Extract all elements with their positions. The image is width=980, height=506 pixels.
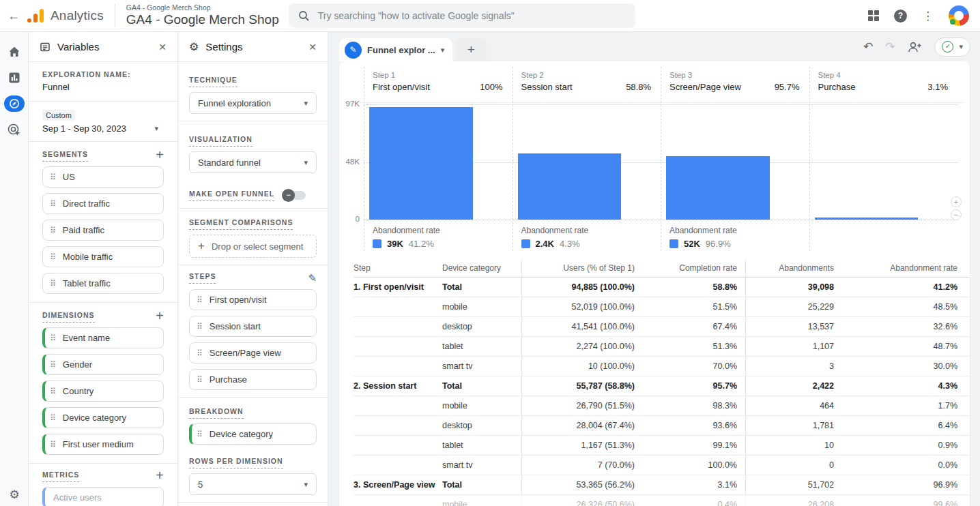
undo-icon[interactable]: ↶: [863, 40, 873, 54]
technique-select[interactable]: Funnel exploration ▾: [189, 92, 317, 114]
help-icon[interactable]: ?: [894, 10, 907, 23]
drag-handle-icon[interactable]: ⠿: [50, 279, 56, 288]
funnel-step-chip[interactable]: ⠿Screen/Page view: [189, 342, 317, 363]
abandonment-block: Abandonment rate2.4K4.3%: [521, 226, 589, 249]
column-header[interactable]: Abandonments: [745, 259, 837, 277]
table-row: mobile26,790 (51.5%)98.3%4641.7%: [354, 396, 970, 416]
drag-handle-icon[interactable]: ⠿: [50, 173, 56, 182]
caret-down-icon: ▾: [154, 124, 164, 133]
more-menu-icon[interactable]: ⋮: [922, 9, 934, 23]
tab-funnel-exploration[interactable]: ✎ Funnel explor ... ▾: [339, 38, 452, 61]
edit-steps-pencil-icon[interactable]: ✎: [308, 272, 317, 284]
drag-handle-icon[interactable]: ⠿: [50, 199, 56, 209]
close-variables-icon[interactable]: ✕: [158, 42, 167, 53]
nav-reports-icon[interactable]: [0, 65, 29, 91]
add-metric-button[interactable]: +: [156, 471, 164, 480]
funnel-step-chip[interactable]: ⠿Session start: [189, 316, 317, 337]
segment-chip[interactable]: ⠿Mobile traffic: [42, 246, 164, 267]
add-segment-button[interactable]: +: [156, 150, 164, 160]
ga4-analytics-app: ← Analytics GA4 - Google Merch Shop GA4 …: [0, 0, 980, 506]
drag-handle-icon[interactable]: ⠿: [197, 322, 203, 331]
cell-device-category: tablet: [442, 337, 521, 356]
dimension-chip[interactable]: ⠿Gender: [42, 354, 164, 375]
admin-gear-icon[interactable]: ⚙: [0, 488, 29, 502]
dimension-chip[interactable]: ⠿Device category: [42, 407, 164, 428]
zoom-out-button[interactable]: −: [951, 209, 962, 220]
drag-handle-icon[interactable]: ⠿: [197, 295, 203, 305]
funnel-step-chip[interactable]: ⠿Purchase: [189, 369, 317, 390]
drag-handle-icon[interactable]: ⠿: [197, 430, 203, 439]
drag-handle-icon[interactable]: ⠿: [50, 333, 56, 343]
back-arrow-icon[interactable]: ←: [0, 9, 27, 23]
product-name: Analytics: [51, 8, 104, 23]
abandonment-rate: 4.3%: [560, 239, 580, 249]
segment-chip[interactable]: ⠿Direct traffic: [42, 193, 164, 214]
cell-step: [354, 396, 442, 415]
dimension-chip[interactable]: ⠿Country: [42, 381, 164, 402]
funnel-bar[interactable]: [518, 153, 622, 220]
funnel-chart: 97K48K0 Step 1First open/visit100%Abando…: [364, 67, 957, 251]
metric-chip[interactable]: Active users: [42, 487, 164, 506]
zoom-in-button[interactable]: +: [951, 196, 962, 207]
column-header[interactable]: Users (% of Step 1): [521, 259, 637, 277]
column-header[interactable]: Device category: [442, 259, 521, 277]
validation-status-button[interactable]: ✓ ▾: [934, 38, 970, 57]
breakdown-chip[interactable]: ⠿Device category: [189, 423, 317, 445]
property-switcher[interactable]: GA4 - Google Merch Shop GA4 - Google Mer…: [115, 4, 279, 27]
add-tab-button[interactable]: +: [455, 38, 487, 61]
drag-handle-icon[interactable]: ⠿: [50, 440, 56, 449]
close-settings-icon[interactable]: ✕: [308, 42, 317, 53]
cell-abandonment-rate: 99.6%: [837, 495, 970, 506]
table-row: desktop28,004 (67.4%)93.6%1,7816.4%: [354, 416, 970, 436]
analytics-logo-icon[interactable]: [27, 9, 44, 23]
nav-explore-icon-active[interactable]: [0, 91, 29, 117]
nav-advertising-icon[interactable]: [0, 117, 29, 143]
drag-handle-icon[interactable]: ⠿: [50, 252, 56, 262]
segment-chip[interactable]: ⠿Tablet traffic: [42, 273, 164, 294]
cell-completion-rate: 93.6%: [637, 416, 745, 435]
column-header[interactable]: Completion rate: [637, 259, 745, 277]
share-person-add-icon[interactable]: [907, 40, 922, 54]
column-header[interactable]: Abandonment rate: [837, 259, 970, 277]
tab-settings-panel: ⚙ Settings ✕ TECHNIQUE Funnel exploratio…: [178, 32, 328, 506]
segment-chip[interactable]: ⠿US: [42, 166, 164, 188]
metrics-label: METRICS: [42, 471, 79, 482]
search-bar[interactable]: [289, 3, 635, 28]
cell-abandonment-rate: 41.2%: [837, 278, 970, 297]
dimension-chip[interactable]: ⠿First user medium: [42, 434, 164, 455]
exploration-name-value[interactable]: Funnel: [42, 82, 164, 92]
cell-abandonments: 39,098: [745, 278, 837, 297]
visualization-select[interactable]: Standard funnel ▾: [189, 151, 317, 173]
abandonment-block: Abandonment rate39K41.2%: [373, 226, 440, 249]
funnel-step-column: Step 3Screen/Page view95.7%Abandonment r…: [661, 67, 809, 251]
dimension-chip-label: First user medium: [63, 439, 134, 449]
funnel-bar[interactable]: [369, 107, 473, 220]
rows-per-dimension-select[interactable]: 5 ▾: [189, 473, 317, 495]
drag-handle-icon[interactable]: ⠿: [197, 348, 203, 358]
apps-grid-icon[interactable]: [868, 10, 879, 21]
drag-handle-icon[interactable]: ⠿: [50, 387, 56, 396]
segment-chip[interactable]: ⠿Paid traffic: [42, 220, 164, 241]
dimension-chip[interactable]: ⠿Event name: [42, 327, 164, 348]
cell-abandonments: 26,208: [745, 495, 837, 506]
abandonment-count: 2.4K: [536, 239, 554, 249]
funnel-step-header: First open/visit100%: [373, 82, 503, 92]
cell-abandonments: 2,422: [745, 376, 837, 396]
make-open-funnel-toggle[interactable]: −: [284, 191, 306, 200]
drag-handle-icon[interactable]: ⠿: [197, 375, 203, 385]
funnel-bar[interactable]: [815, 218, 919, 220]
drag-handle-icon[interactable]: ⠿: [50, 413, 56, 423]
search-input[interactable]: [318, 10, 626, 21]
funnel-bar[interactable]: [666, 156, 770, 220]
nav-home-icon[interactable]: [0, 39, 29, 65]
segment-drop-zone[interactable]: + Drop or select segment: [189, 235, 317, 258]
cell-users: 1,167 (51.3%): [521, 436, 637, 455]
add-dimension-button[interactable]: +: [156, 311, 164, 321]
account-avatar[interactable]: [949, 5, 969, 26]
drag-handle-icon[interactable]: ⠿: [50, 226, 56, 235]
date-range-picker[interactable]: Sep 1 - Sep 30, 2023 ▾: [42, 123, 164, 134]
cell-completion-rate: 70.0%: [637, 357, 745, 376]
drag-handle-icon[interactable]: ⠿: [50, 360, 56, 370]
column-header[interactable]: Step: [354, 259, 442, 277]
funnel-step-chip[interactable]: ⠿First open/visit: [189, 289, 317, 310]
